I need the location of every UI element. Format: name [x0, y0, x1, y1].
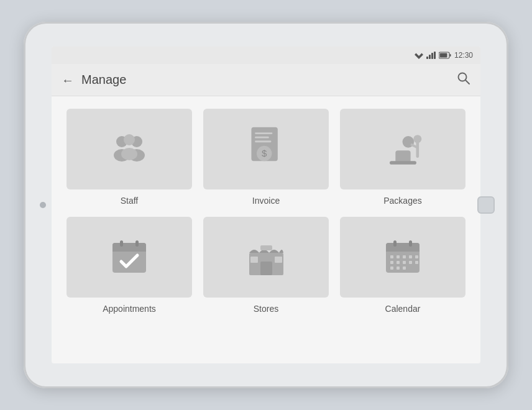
svg-rect-2: [449, 54, 451, 57]
back-button[interactable]: ←: [62, 74, 74, 86]
grid-label-packages: Packages: [383, 196, 421, 206]
svg-rect-41: [403, 255, 406, 258]
main-content: Staff $ Invoice: [52, 96, 480, 363]
grid-label-calendar: Calendar: [385, 304, 421, 314]
svg-rect-15: [255, 140, 271, 142]
tablet-home-button[interactable]: [477, 196, 495, 214]
tablet-camera: [40, 202, 46, 208]
svg-rect-43: [415, 255, 418, 258]
grid-item-appointments[interactable]: Appointments: [66, 217, 192, 314]
svg-rect-31: [250, 257, 258, 263]
svg-rect-40: [397, 255, 400, 258]
grid-item-calendar[interactable]: Calendar: [340, 217, 466, 314]
svg-line-5: [466, 80, 469, 84]
staff-icon: [104, 130, 154, 168]
search-button[interactable]: [457, 71, 470, 88]
svg-rect-47: [409, 261, 412, 264]
appointments-icon: [108, 235, 151, 279]
grid-card-stores[interactable]: [203, 217, 329, 298]
grid-label-stores: Stores: [254, 304, 278, 314]
svg-rect-33: [260, 245, 272, 250]
page-title: Manage: [81, 73, 457, 87]
svg-rect-37: [393, 240, 397, 247]
svg-rect-50: [397, 266, 400, 270]
search-icon: [457, 71, 470, 85]
svg-rect-13: [255, 132, 272, 134]
tablet-shell: 12:30 ← Manage: [24, 22, 508, 388]
status-bar: 12:30: [52, 47, 480, 64]
grid-item-packages[interactable]: Packages: [340, 109, 466, 206]
svg-rect-49: [390, 266, 393, 270]
svg-rect-48: [415, 261, 418, 264]
battery-icon: [439, 52, 451, 59]
grid-label-staff: Staff: [121, 196, 139, 206]
svg-rect-44: [390, 261, 393, 264]
svg-rect-45: [397, 261, 400, 264]
svg-rect-32: [275, 257, 282, 263]
svg-rect-38: [409, 240, 412, 247]
top-bar: ← Manage: [52, 64, 480, 96]
svg-rect-30: [260, 262, 272, 275]
grid-card-staff[interactable]: [66, 109, 192, 189]
calendar-icon: [381, 235, 424, 279]
svg-rect-42: [409, 255, 412, 258]
grid-card-appointments[interactable]: [66, 217, 192, 298]
svg-text:$: $: [262, 148, 267, 158]
svg-marker-0: [415, 53, 423, 59]
grid-card-packages[interactable]: [340, 109, 466, 189]
svg-rect-19: [390, 161, 416, 165]
grid-item-staff[interactable]: Staff: [66, 109, 192, 206]
status-time: 12:30: [454, 51, 473, 60]
invoice-icon: $: [244, 124, 288, 174]
grid-label-appointments: Appointments: [103, 304, 156, 314]
svg-point-11: [121, 148, 137, 160]
svg-rect-46: [403, 261, 406, 264]
svg-rect-27: [120, 240, 123, 247]
svg-rect-36: [386, 248, 420, 252]
svg-rect-51: [403, 266, 406, 270]
packages-icon: [378, 127, 428, 171]
svg-rect-3: [439, 53, 447, 58]
svg-rect-28: [135, 240, 139, 247]
wifi-icon: [415, 52, 423, 59]
grid-label-invoice: Invoice: [252, 196, 280, 206]
svg-point-10: [124, 134, 135, 145]
signal-icon: [426, 52, 436, 59]
svg-rect-26: [112, 248, 146, 252]
grid-card-calendar[interactable]: [340, 217, 466, 298]
grid-item-stores[interactable]: Stores: [203, 217, 329, 314]
svg-rect-39: [390, 255, 393, 258]
status-icons: 12:30: [415, 51, 473, 60]
grid-item-invoice[interactable]: $ Invoice: [203, 109, 329, 206]
tablet-screen: 12:30 ← Manage: [52, 47, 480, 363]
stores-icon: [243, 235, 290, 279]
menu-grid: Staff $ Invoice: [66, 109, 466, 314]
svg-rect-14: [255, 137, 269, 139]
grid-card-invoice[interactable]: $: [203, 109, 329, 189]
